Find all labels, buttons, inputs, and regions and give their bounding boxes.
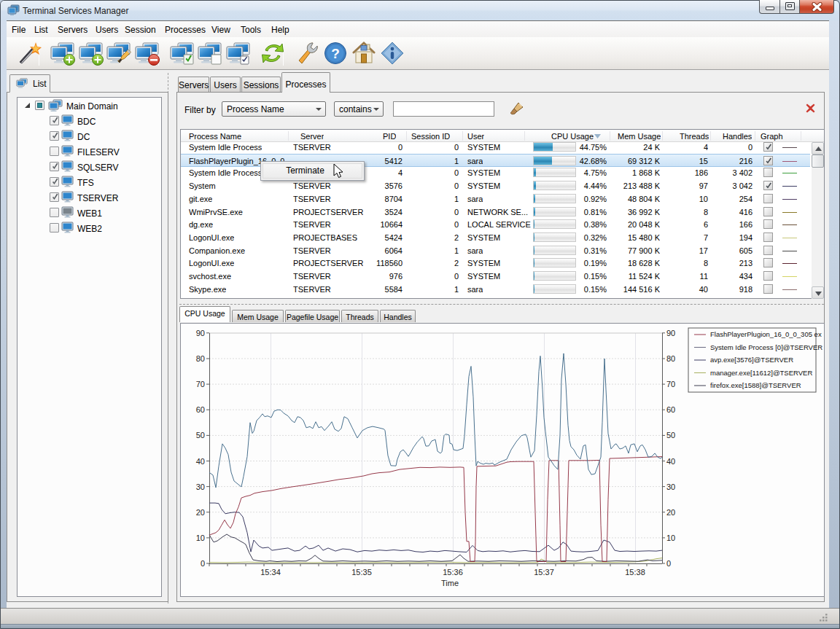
svg-text:15:38: 15:38 (625, 568, 645, 577)
svg-text:10: 10 (196, 534, 205, 542)
svg-text:20: 20 (666, 508, 675, 517)
svg-text:avp.exe[3576]@TSERVER: avp.exe[3576]@TSERVER (710, 356, 793, 364)
svg-text:manager.exe[11612]@TSERVER: manager.exe[11612]@TSERVER (710, 369, 812, 377)
svg-text:firefox.exe[1588]@TSERVER: firefox.exe[1588]@TSERVER (710, 381, 801, 389)
svg-text:70: 70 (196, 380, 205, 388)
svg-text:FlashPlayerPlugion_16_0_0_305: FlashPlayerPlugion_16_0_0_305 ex (710, 330, 822, 338)
svg-text:50: 50 (666, 431, 675, 439)
svg-text:15:35: 15:35 (351, 568, 372, 577)
svg-text:10: 10 (666, 534, 675, 542)
svg-text:?: ? (331, 46, 340, 61)
svg-text:40: 40 (666, 457, 675, 466)
svg-text:System Idle Process [0]@TSERVE: System Idle Process [0]@TSERVER (710, 343, 822, 351)
svg-text:0: 0 (201, 559, 205, 568)
svg-text:0: 0 (666, 559, 671, 568)
svg-text:70: 70 (666, 380, 675, 388)
svg-text:Time: Time (441, 579, 459, 587)
svg-text:60: 60 (666, 405, 675, 414)
svg-text:15:37: 15:37 (534, 568, 554, 577)
svg-text:20: 20 (196, 508, 205, 517)
svg-text:80: 80 (196, 354, 205, 363)
svg-text:30: 30 (196, 483, 205, 491)
svg-text:90: 90 (666, 329, 675, 337)
svg-text:50: 50 (196, 431, 205, 439)
svg-text:15:34: 15:34 (260, 568, 281, 577)
svg-text:30: 30 (666, 483, 675, 491)
svg-text:60: 60 (196, 405, 205, 414)
svg-text:15:36: 15:36 (443, 568, 463, 577)
svg-text:40: 40 (196, 457, 205, 466)
svg-text:90: 90 (196, 329, 205, 337)
svg-text:80: 80 (666, 354, 675, 363)
